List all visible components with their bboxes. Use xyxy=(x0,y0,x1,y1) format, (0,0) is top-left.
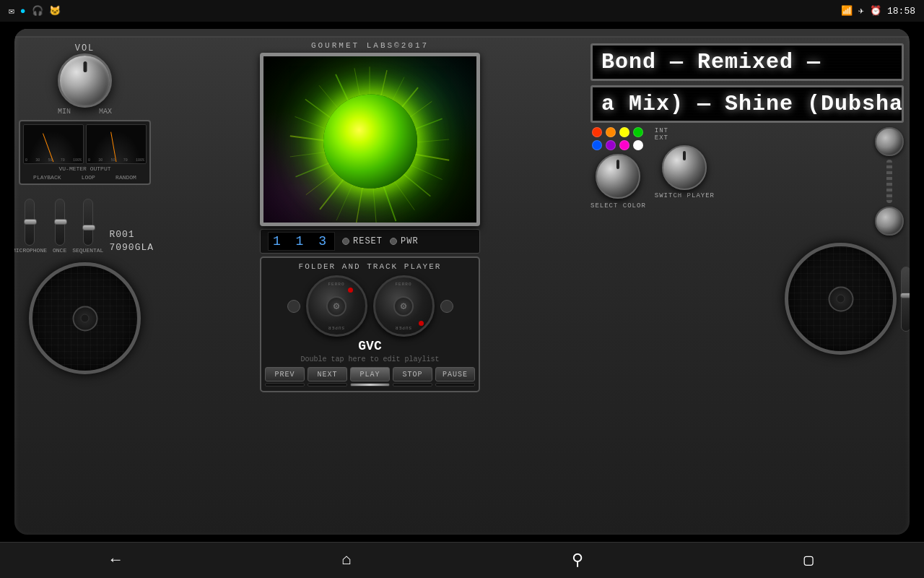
slider-track-once[interactable] xyxy=(55,199,65,246)
volume-section: VOL MIN MAX xyxy=(58,43,112,116)
pause-cap: PAUSE xyxy=(435,367,475,381)
next-label: NEXT xyxy=(317,371,337,379)
slider-track-seq[interactable] xyxy=(83,199,93,246)
pause-button[interactable]: PAUSE xyxy=(435,367,475,387)
ext-label: EXT xyxy=(655,134,668,142)
seq-label: SEQUENTAL xyxy=(72,248,103,254)
next-cap: NEXT xyxy=(308,367,347,381)
left-speaker xyxy=(29,262,141,374)
reel-left-button[interactable] xyxy=(287,300,300,313)
color-dot-purple[interactable] xyxy=(606,140,616,150)
reel-right-center: ⚙ xyxy=(393,296,414,316)
status-bar: ✉ ● 🎧 🐱 📶 ✈ ⏰ 18:58 xyxy=(0,0,924,22)
color-dot-white[interactable] xyxy=(633,140,643,150)
reel-left-center: ⚙ xyxy=(326,296,346,316)
wifi-icon: 📶 xyxy=(841,5,853,17)
right-controls-area: SELECT COLOR INT EXT SWITCH PLAYER xyxy=(590,127,904,355)
clock-icon: ⏰ xyxy=(870,5,881,17)
airplane-icon: ✈ xyxy=(858,5,864,17)
switch-player-knob[interactable] xyxy=(662,145,707,190)
nav-home-button[interactable]: ⌂ xyxy=(332,546,361,575)
display-2: a Mix) — Shine (Dubsha xyxy=(590,85,904,123)
color-dot-pink[interactable] xyxy=(619,140,629,150)
reset-button[interactable]: RESET xyxy=(342,236,383,246)
color-dot-orange[interactable] xyxy=(606,127,616,137)
pause-label: PAUSE xyxy=(443,371,468,379)
right-speaker-container xyxy=(785,243,897,355)
vu-meter-right: 0305070100% xyxy=(86,124,147,164)
slider-thumb-once xyxy=(54,219,67,225)
select-color-label: SELECT COLOR xyxy=(590,202,646,210)
stop-button[interactable]: STOP xyxy=(393,367,432,387)
prev-button[interactable]: PREV xyxy=(265,367,305,387)
right-side-slider[interactable] xyxy=(901,267,910,332)
vu-marks-right: 0305070100% xyxy=(88,158,144,163)
boombox: VOL MIN MAX 0305070100% xyxy=(14,29,910,535)
int-ext-labels: INT EXT xyxy=(655,127,668,142)
play-indicator xyxy=(350,383,390,387)
speaker-center-ring xyxy=(72,306,97,331)
left-speaker-section xyxy=(25,259,144,378)
boombox-top-stripe xyxy=(14,29,910,38)
display-text-1: Bond — Remixed — xyxy=(601,50,893,74)
nav-bar: ← ⌂ ⚲ ▢ xyxy=(0,542,924,578)
play-cap: PLAY xyxy=(350,367,390,381)
nav-search-button[interactable]: ⚲ xyxy=(563,546,592,575)
reel-left-dot1 xyxy=(348,288,353,293)
color-selector: SELECT COLOR xyxy=(590,127,646,210)
color-dot-red[interactable] xyxy=(592,127,602,137)
bluetooth-icon: ● xyxy=(20,6,26,17)
boombox-content: VOL MIN MAX 0305070100% xyxy=(14,38,910,535)
right-stripe xyxy=(886,160,892,203)
time-display: 18:58 xyxy=(887,6,915,17)
model-code: R001 7090GLA xyxy=(109,228,157,254)
transport-controls: PREV NEXT PLAY xyxy=(267,367,473,387)
reel-right-label-top: FERRO xyxy=(395,282,411,287)
vol-max: MAX xyxy=(99,108,112,116)
slider-once: ONCE xyxy=(53,199,66,254)
slider-track-mic[interactable] xyxy=(25,199,35,246)
tv-visualizer xyxy=(260,53,480,226)
right-knob-column xyxy=(875,127,904,236)
cat-icon: 🐱 xyxy=(49,5,61,17)
right-top-knob[interactable] xyxy=(875,127,904,156)
color-dots-grid xyxy=(592,127,644,150)
home-icon: ⌂ xyxy=(341,551,351,569)
pwr-label: PWR xyxy=(401,236,419,246)
right-speaker-center-dot xyxy=(837,295,845,303)
color-dot-blue[interactable] xyxy=(592,140,602,150)
playlist-hint[interactable]: Double tap here to edit playlist xyxy=(267,355,473,363)
headphones-icon: 🎧 xyxy=(32,5,43,17)
right-speaker-center-ring xyxy=(828,286,853,311)
folder-player-title: FOLDER AND TRACK PLAYER xyxy=(267,262,473,271)
vu-section-labels: PLAYBACK LOOP RANDOM xyxy=(23,174,147,181)
right-bottom-knob[interactable] xyxy=(875,207,904,236)
vol-minmax: MIN MAX xyxy=(58,108,112,116)
reset-dot xyxy=(342,238,349,245)
slider-sequential: SEQUENTAL xyxy=(72,199,103,254)
switch-player: INT EXT SWITCH PLAYER xyxy=(655,127,715,199)
playback-label: PLAYBACK xyxy=(33,174,61,181)
display-1: Bond — Remixed — xyxy=(590,43,904,81)
reel-right-button[interactable] xyxy=(440,300,453,313)
reel-left-label-bottom: SUPER xyxy=(328,325,344,330)
model-line2: 7090GLA xyxy=(109,241,154,254)
nav-apps-button[interactable]: ▢ xyxy=(794,546,823,575)
play-button[interactable]: PLAY xyxy=(350,367,390,387)
nav-back-button[interactable]: ← xyxy=(101,546,130,575)
pwr-button[interactable]: PWR xyxy=(390,236,419,246)
prev-cap: PREV xyxy=(265,367,305,381)
apps-icon: ▢ xyxy=(803,551,813,570)
prev-indicator xyxy=(265,383,305,387)
pause-indicator xyxy=(435,383,475,387)
volume-knob[interactable] xyxy=(58,53,112,108)
mic-label: MICROPHONE xyxy=(14,248,47,254)
color-dot-yellow[interactable] xyxy=(619,127,629,137)
color-dot-green[interactable] xyxy=(633,127,643,137)
switch-player-label: SWITCH PLAYER xyxy=(655,192,715,199)
right-slider-thumb xyxy=(900,293,910,298)
color-select-knob[interactable] xyxy=(596,154,640,199)
reel-left: FERRO SUPER ⚙ xyxy=(306,275,367,337)
reel-left-label-top: FERRO xyxy=(328,282,344,287)
next-button[interactable]: NEXT xyxy=(308,367,347,387)
